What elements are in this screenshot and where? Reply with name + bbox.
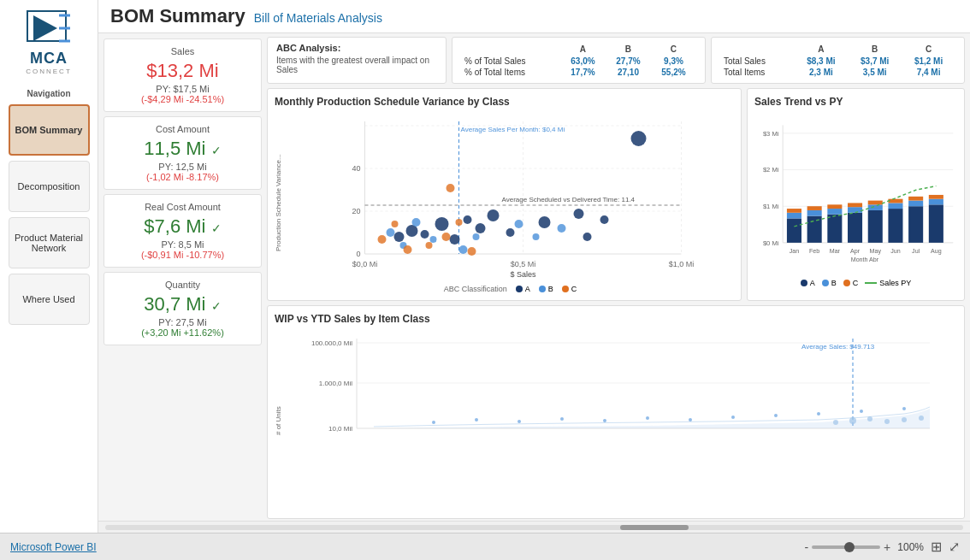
total-col-a: A	[794, 43, 848, 56]
svg-rect-64	[787, 213, 801, 219]
kpi-quantity-delta: (+3,20 Mi +11.62%)	[113, 327, 252, 338]
svg-text:Mar: Mar	[830, 248, 841, 255]
trend-legend-c: C	[843, 279, 859, 287]
fullscreen-icon[interactable]: ⤢	[949, 539, 960, 555]
svg-text:$1,0 Mi: $1,0 Mi	[669, 260, 695, 268]
svg-point-49	[426, 242, 433, 249]
total-sales-a: $8,3 Mi	[794, 56, 848, 67]
wip-chart-panel: WIP vs YTD Sales by Item Class # of Unit…	[267, 305, 965, 519]
wip-y-axis-label: # of Units	[275, 330, 287, 511]
table-row: % of Total Items 17,7% 27,10 55,2%	[461, 67, 696, 78]
kpi-card-cost: Cost Amount 11,5 Mi ✓ PY: 12,5 Mi (-1,02…	[104, 116, 262, 190]
svg-point-44	[533, 233, 540, 240]
abc-analysis-title: ABC Analysis:	[276, 43, 437, 53]
logo-tagline: CONNECT	[26, 68, 72, 75]
svg-rect-66	[807, 216, 822, 243]
svg-text:$ Sales: $ Sales	[510, 270, 536, 279]
svg-rect-78	[888, 209, 902, 243]
svg-text:10,0 Mil: 10,0 Mil	[328, 425, 352, 433]
scatter-svg: 0 20 40 $0,0 Mi $0,5 Mi $1,0 Mi $ Sales	[287, 113, 734, 280]
trend-legend-b: B	[822, 279, 837, 287]
svg-point-23	[394, 232, 405, 242]
svg-rect-75	[868, 210, 883, 243]
svg-point-32	[539, 216, 551, 228]
svg-point-110	[646, 416, 649, 420]
svg-point-27	[450, 234, 460, 245]
scroll-thumb[interactable]	[620, 525, 689, 530]
abc-percent-table: A B C % of Total Sales 63,0% 27,7%	[452, 37, 706, 84]
svg-rect-81	[908, 206, 923, 243]
sidebar-item-where-used[interactable]: Where Used	[9, 274, 90, 325]
fit-to-window-icon[interactable]: ⊞	[931, 539, 942, 555]
bottom-right: - + 100% ⊞ ⤢	[804, 539, 960, 555]
svg-rect-68	[807, 206, 822, 210]
svg-text:0: 0	[356, 250, 360, 258]
svg-rect-70	[827, 209, 842, 215]
total-items-a: 2,3 Mi	[794, 67, 848, 78]
table-row: Total Sales $8,3 Mi $3,7 Mi $1,2 Mi	[720, 56, 955, 67]
svg-text:Average Scheduled vs Delivered: Average Scheduled vs Delivered Time: 11.…	[502, 196, 636, 203]
total-sales-c: $1,2 Mi	[902, 56, 955, 67]
middle-charts-row: Monthly Production Schedule Variance by …	[267, 88, 965, 301]
svg-point-107	[518, 420, 521, 423]
svg-text:Jul: Jul	[912, 248, 920, 255]
svg-point-33	[574, 209, 584, 219]
svg-text:1.000,0 Mil: 1.000,0 Mil	[319, 380, 352, 387]
sidebar-item-bom-summary[interactable]: BOM Summary	[9, 104, 90, 156]
total-col-b: B	[848, 43, 902, 56]
scrollbar-area[interactable]	[98, 521, 970, 533]
svg-rect-77	[868, 201, 883, 205]
svg-point-31	[506, 228, 515, 237]
charts-column: ABC Analysis: Items with the greatest ov…	[265, 33, 970, 521]
kpi-cost-check: ✓	[211, 144, 222, 157]
zoom-slider[interactable]	[812, 545, 880, 549]
kpi-realcost-delta: (-$0,91 Mi -10.77%)	[113, 250, 252, 260]
pct-sales-b: 27,7%	[606, 56, 651, 67]
kpi-sales-value: $13,2 Mi	[113, 60, 252, 82]
page-title: BOM Summary	[110, 5, 245, 27]
kpi-sales-delta: (-$4,29 Mi -24.51%)	[113, 94, 252, 104]
logo-area: MCA CONNECT	[23, 7, 74, 75]
svg-point-112	[731, 416, 735, 419]
svg-text:40: 40	[352, 164, 360, 173]
svg-point-47	[392, 221, 399, 227]
trend-legend-salepy: Sales PY	[865, 279, 911, 287]
kpi-card-quantity: Quantity 30,7 Mi ✓ PY: 27,5 Mi (+3,20 Mi…	[104, 272, 262, 345]
svg-rect-84	[929, 204, 943, 243]
svg-rect-76	[868, 204, 883, 210]
svg-point-40	[430, 236, 437, 243]
svg-point-25	[421, 230, 429, 239]
svg-rect-65	[787, 209, 801, 213]
kpi-column: Sales $13,2 Mi PY: $17,5 Mi (-$4,29 Mi -…	[98, 33, 265, 521]
wip-svg: 10,0 Mil 1.000,0 Mil 100.000,0 Mil Avera…	[287, 330, 957, 445]
wip-plot-area: 10,0 Mil 1.000,0 Mil 100.000,0 Mil Avera…	[287, 330, 957, 511]
svg-text:20: 20	[352, 207, 360, 215]
wip-chart-title: WIP vs YTD Sales by Item Class	[275, 313, 957, 325]
svg-point-34	[600, 215, 609, 224]
trend-chart-panel: Sales Trend vs PY $0 Mi $1 Mi $2 Mi	[747, 88, 965, 301]
zoom-slider-thumb[interactable]	[844, 542, 855, 552]
svg-point-111	[689, 418, 692, 421]
kpi-realcost-value: $7,6 Mi ✓	[113, 215, 252, 238]
kpi-sales-py: PY: $17,5 Mi	[113, 84, 252, 94]
total-items-label: Total Items	[720, 67, 794, 78]
svg-point-35	[631, 131, 647, 146]
svg-point-28	[464, 215, 472, 224]
svg-point-108	[560, 417, 564, 421]
zoom-minus-button[interactable]: -	[804, 540, 808, 554]
zoom-plus-button[interactable]: +	[884, 540, 890, 554]
sidebar-item-product-material-network[interactable]: Product Material Network	[9, 217, 90, 268]
svg-text:Jan: Jan	[790, 248, 800, 255]
svg-marker-1	[33, 15, 57, 41]
total-sales-card: A B C Total Sales $8,3 Mi $3,7 Mi	[711, 37, 965, 84]
sidebar-item-decomposition[interactable]: Decomposition	[9, 161, 90, 212]
svg-text:Jun: Jun	[890, 248, 901, 255]
kpi-quantity-check: ✓	[211, 299, 222, 313]
kpi-quantity-value: 30,7 Mi ✓	[113, 293, 252, 315]
scroll-track[interactable]	[105, 525, 963, 530]
kpi-realcost-check: ✓	[211, 221, 222, 235]
svg-point-41	[459, 245, 468, 254]
svg-text:$0,5 Mi: $0,5 Mi	[511, 260, 536, 268]
svg-point-50	[442, 233, 451, 241]
powerbi-link[interactable]: Microsoft Power BI	[10, 541, 97, 553]
